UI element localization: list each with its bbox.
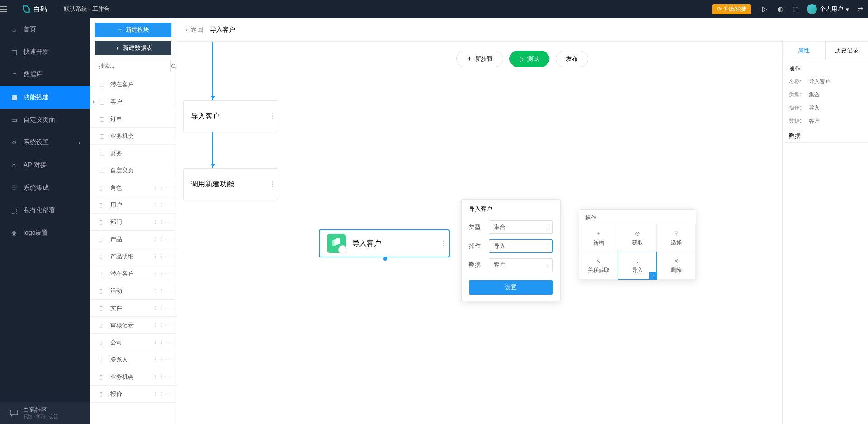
item-actions[interactable]: ⁝⁝⋯ — [152, 305, 170, 311]
brand[interactable]: 白码 — [18, 5, 51, 14]
divider — [57, 5, 57, 13]
tree-item[interactable]: ▯用户⁝⁝⋯ — [90, 196, 176, 214]
flow-node-selected[interactable]: 导入客户 — [319, 229, 450, 257]
publish-button[interactable]: 发布 — [556, 51, 588, 67]
tree-item[interactable]: ▢订单 — [90, 110, 176, 128]
expand-icon[interactable]: ▸ — [93, 99, 99, 104]
tree-item[interactable]: ▯活动⁝⁝⋯ — [90, 282, 176, 300]
module-tree: ▢潜在客户▸▢客户▢订单▢业务机会▢财务▢自定义页▯角色⁝⁝⋯▯用户⁝⁝⋯▯部门… — [90, 76, 176, 424]
back-button[interactable]: ‹ 返回 — [185, 26, 203, 34]
tree-item[interactable]: ▯审核记录⁝⁝⋯ — [90, 317, 176, 334]
flow-canvas[interactable]: 导入客户 调用新建功能 导入客户 导入客户 类型集合›操作导入›数据客户› 设置… — [176, 42, 782, 424]
tree-item[interactable]: ▢财务 — [90, 145, 176, 162]
tree-item[interactable]: ▢潜在客户 — [90, 76, 176, 93]
item-actions[interactable]: ⁝⁝⋯ — [152, 373, 170, 380]
field-select[interactable]: 集合› — [489, 220, 553, 234]
item-actions[interactable]: ⁝⁝⋯ — [152, 253, 170, 260]
tree-item[interactable]: ▯业务机会⁝⁝⋯ — [90, 368, 176, 386]
node-menu-icon[interactable] — [272, 181, 273, 187]
search-input[interactable] — [95, 60, 170, 72]
tree-item[interactable]: ▯产品⁝⁝⋯ — [90, 231, 176, 248]
op-删除[interactable]: ✕删除 — [656, 252, 696, 280]
field-label: 类型 — [469, 223, 484, 231]
nav-item-build[interactable]: ▦功能搭建 — [0, 86, 90, 109]
nav-item-layers[interactable]: ☰系统集成 — [0, 176, 90, 199]
tree-item[interactable]: ▸▢客户 — [90, 93, 176, 110]
item-actions[interactable]: ⁝⁝⋯ — [152, 201, 170, 208]
menu-toggle-icon[interactable] — [0, 6, 18, 12]
op-新增[interactable]: ＋新增 — [579, 224, 618, 252]
user-menu[interactable]: 个人用户 ▾ — [803, 4, 853, 14]
tree-label: 订单 — [110, 115, 122, 123]
flow-node[interactable]: 调用新建功能 — [183, 168, 278, 200]
field-label: 操作 — [469, 242, 484, 250]
item-actions[interactable]: ⁝⁝⋯ — [152, 339, 170, 346]
properties-panel: 属性 历史记录 操作 名称:导入客户类型:集合操作:导入数据:客户 数据 — [782, 42, 868, 424]
config-submit-button[interactable]: 设置 — [469, 280, 553, 295]
logo-icon: ◉ — [10, 229, 18, 237]
item-actions[interactable]: ⁝⁝⋯ — [152, 184, 170, 191]
tab-history[interactable]: 历史记录 — [826, 42, 868, 60]
node-port[interactable] — [383, 257, 387, 261]
item-actions[interactable]: ⁝⁝⋯ — [152, 287, 170, 294]
svg-rect-0 — [10, 410, 18, 415]
field-select[interactable]: 导入› — [489, 239, 553, 253]
upgrade-button[interactable]: ⟳升级/续费 — [712, 4, 751, 14]
gear-icon: ⚙ — [10, 138, 18, 147]
op-选择[interactable]: ☟选择 — [656, 224, 696, 252]
doc-icon: ▯ — [99, 305, 107, 311]
tree-item[interactable]: ▢自定义页 — [90, 162, 176, 179]
tree-item[interactable]: ▯潜在客户⁝⁝⋯ — [90, 265, 176, 282]
nav-item-api[interactable]: ⋔API对接 — [0, 154, 90, 176]
tree-item[interactable]: ▯产品明细⁝⁝⋯ — [90, 248, 176, 265]
field-select[interactable]: 客户› — [489, 258, 553, 272]
nav-item-home[interactable]: ⌂首页 — [0, 18, 90, 41]
tree-item[interactable]: ▯文件⁝⁝⋯ — [90, 300, 176, 317]
tree-item[interactable]: ▯联系人⁝⁝⋯ — [90, 351, 176, 368]
item-actions[interactable]: ⁝⁝⋯ — [152, 322, 170, 329]
test-button[interactable]: ▷测试 — [509, 51, 549, 67]
swap-icon[interactable]: ⇄ — [853, 5, 868, 13]
docs-icon[interactable]: ⬚ — [788, 5, 803, 13]
community-link[interactable]: 白码社区 反馈 · 学习 · 交流 — [0, 402, 90, 424]
tree-label: 客户 — [110, 98, 122, 106]
tree-item[interactable]: ▯公司⁝⁝⋯ — [90, 334, 176, 351]
op-导入[interactable]: ⭳导入 — [618, 252, 657, 280]
node-menu-icon[interactable] — [272, 114, 273, 119]
play-icon[interactable]: ▷ — [757, 5, 773, 13]
op-icon: ⭳ — [634, 257, 641, 265]
tree-item[interactable]: ▯报价⁝⁝⋯ — [90, 386, 176, 403]
item-actions[interactable]: ⁝⁝⋯ — [152, 356, 170, 363]
nav-item-page[interactable]: ▭自定义页面 — [0, 109, 90, 131]
nav-item-db[interactable]: ≡数据库 — [0, 63, 90, 86]
item-actions[interactable]: ⁝⁝⋯ — [152, 270, 170, 277]
item-actions[interactable]: ⁝⁝⋯ — [152, 219, 170, 225]
nav-item-deploy[interactable]: ⬚私有化部署 — [0, 199, 90, 222]
section-header: 数据 — [783, 128, 868, 143]
new-module-button[interactable]: ＋新建模块 — [95, 23, 171, 37]
chevron-right-icon: › — [79, 140, 80, 145]
op-获取[interactable]: ⊙获取 — [618, 224, 657, 252]
new-table-button[interactable]: ＋新建数据表 — [95, 41, 171, 55]
nav-item-cube[interactable]: ◫快速开发 — [0, 41, 90, 63]
op-关联获取[interactable]: ↖关联获取 — [579, 252, 618, 280]
breadcrumb[interactable]: 默认系统 · 工作台 — [64, 5, 110, 13]
tree-item[interactable]: ▯部门⁝⁝⋯ — [90, 214, 176, 231]
new-step-button[interactable]: ＋新步骤 — [456, 51, 503, 67]
node-menu-icon[interactable] — [443, 241, 444, 247]
content: ‹ 返回 导入客户 ＋新步骤 ▷测试 发布 导入客户 调用新建功能 导入客户 导… — [176, 18, 868, 424]
nav-item-gear[interactable]: ⚙系统设置› — [0, 131, 90, 154]
cube-icon: ◫ — [10, 48, 18, 56]
flow-node[interactable]: 导入客户 — [183, 100, 278, 132]
prop-key: 数据: — [789, 117, 809, 125]
tab-properties[interactable]: 属性 — [783, 42, 826, 60]
tree-item[interactable]: ▢业务机会 — [90, 128, 176, 145]
item-actions[interactable]: ⁝⁝⋯ — [152, 391, 170, 397]
search-button[interactable] — [170, 60, 177, 72]
item-actions[interactable]: ⁝⁝⋯ — [152, 236, 170, 243]
tree-item[interactable]: ▯角色⁝⁝⋯ — [90, 179, 176, 196]
help-icon[interactable]: ◐ — [773, 5, 788, 13]
build-icon: ▦ — [10, 93, 18, 101]
nav-item-logo[interactable]: ◉logo设置 — [0, 222, 90, 244]
nav-label: 系统设置 — [24, 138, 49, 147]
